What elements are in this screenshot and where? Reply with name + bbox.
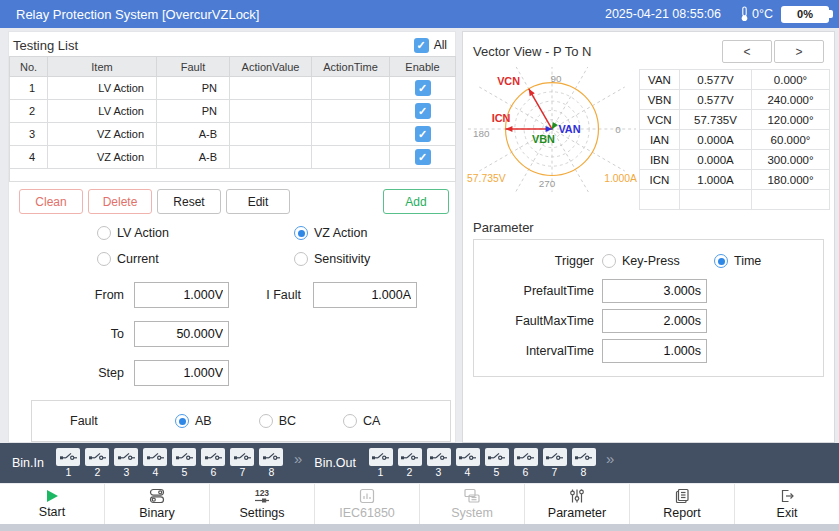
select-all-checkbox[interactable]: ✓ bbox=[414, 38, 429, 53]
binary-button[interactable]: Binary bbox=[105, 484, 210, 524]
thermometer-icon bbox=[739, 6, 749, 22]
table-row[interactable]: 1 LV Action PN ✓ bbox=[10, 77, 456, 100]
title-bar: Relay Protection System [OvercurVZLock] … bbox=[0, 0, 839, 28]
intervaltime-input[interactable] bbox=[602, 339, 707, 363]
row-enable-checkbox[interactable]: ✓ bbox=[415, 103, 431, 119]
bin-out-channel: 5 bbox=[482, 448, 511, 478]
step-input[interactable] bbox=[134, 360, 229, 386]
radio-circle-selected[interactable] bbox=[175, 414, 189, 428]
prev-button[interactable]: < bbox=[722, 40, 772, 63]
settings-button[interactable]: 123 Settings bbox=[210, 484, 315, 524]
bottom-strip bbox=[0, 524, 839, 531]
ifault-input[interactable] bbox=[313, 282, 417, 308]
chevrons-right-icon: » bbox=[294, 450, 302, 467]
bin-in-channel: 3 bbox=[112, 448, 141, 478]
start-button[interactable]: Start bbox=[0, 484, 105, 524]
radio-sensitivity[interactable]: Sensitivity bbox=[294, 252, 370, 266]
next-button[interactable]: > bbox=[774, 40, 824, 63]
voltage-scale-label: 57.735V bbox=[467, 173, 506, 184]
row-enable-checkbox[interactable]: ✓ bbox=[415, 126, 431, 142]
switch-icon bbox=[259, 448, 283, 466]
bin-out-channel: 2 bbox=[395, 448, 424, 478]
intervaltime-label: IntervalTime bbox=[474, 344, 594, 358]
from-input[interactable] bbox=[134, 282, 229, 308]
bin-in-channel: 1 bbox=[54, 448, 83, 478]
edit-button[interactable]: Edit bbox=[226, 189, 290, 214]
switch-icon bbox=[543, 448, 567, 466]
faultmaxtime-input[interactable] bbox=[602, 309, 707, 333]
radio-circle[interactable] bbox=[259, 414, 273, 428]
to-label: To bbox=[9, 327, 124, 341]
system-icon bbox=[463, 488, 481, 504]
bin-in-channel: 5 bbox=[170, 448, 199, 478]
testing-list-title: Testing List bbox=[13, 38, 78, 53]
phasor-row: IBN0.000A300.000° bbox=[640, 150, 830, 170]
radio-trigger-keypress[interactable]: Key-Press bbox=[602, 254, 714, 268]
iec61850-icon bbox=[359, 488, 375, 504]
select-all-label: All bbox=[434, 38, 447, 52]
bin-out-channel: 8 bbox=[569, 448, 598, 478]
table-row[interactable]: 4 VZ Action A-B ✓ bbox=[10, 146, 456, 169]
col-item: Item bbox=[48, 57, 157, 77]
phasor-row: VAN0.577V0.000° bbox=[640, 70, 830, 90]
phasor-row: VCN57.735V120.000° bbox=[640, 110, 830, 130]
fault-phase-group: Fault AB BC CA bbox=[31, 400, 451, 442]
select-all-control[interactable]: ✓ All bbox=[414, 38, 447, 53]
reset-button[interactable]: Reset bbox=[157, 189, 221, 214]
step-label: Step bbox=[9, 366, 124, 380]
svg-text:123: 123 bbox=[255, 488, 269, 498]
binary-icon bbox=[149, 488, 165, 504]
parameter-button[interactable]: Parameter bbox=[525, 484, 630, 524]
angle-label-0: 0 bbox=[615, 124, 621, 135]
radio-fault-ab[interactable]: AB bbox=[175, 414, 212, 428]
bin-out-channel: 4 bbox=[453, 448, 482, 478]
radio-fault-ca[interactable]: CA bbox=[343, 414, 380, 428]
vector-label-VCN: VCN bbox=[497, 75, 520, 87]
radio-vz-action[interactable]: VZ Action bbox=[294, 226, 368, 240]
iec61850-button[interactable]: IEC61850 bbox=[315, 484, 420, 524]
switch-icon bbox=[114, 448, 138, 466]
phasor-row: IAN0.000A60.000° bbox=[640, 130, 830, 150]
radio-circle-selected[interactable] bbox=[294, 226, 308, 240]
radio-trigger-time[interactable]: Time bbox=[714, 254, 761, 268]
phasor-table: VAN0.577V0.000° VBN0.577V240.000° VCN57.… bbox=[639, 69, 830, 210]
radio-circle[interactable] bbox=[343, 414, 357, 428]
radio-circle[interactable] bbox=[97, 226, 111, 240]
ifault-label: I Fault bbox=[229, 288, 301, 302]
clock: 2025-04-21 08:55:06 bbox=[605, 7, 721, 21]
report-icon bbox=[674, 488, 690, 504]
radio-circle[interactable] bbox=[294, 252, 308, 266]
table-row[interactable]: 3 VZ Action A-B ✓ bbox=[10, 123, 456, 146]
clean-button[interactable]: Clean bbox=[19, 189, 83, 214]
add-button[interactable]: Add bbox=[383, 189, 449, 214]
angle-label-90: 90 bbox=[550, 73, 561, 84]
trigger-label: Trigger bbox=[474, 254, 594, 268]
radio-current[interactable]: Current bbox=[97, 252, 294, 266]
radio-circle[interactable] bbox=[602, 254, 616, 268]
bin-out-channel: 1 bbox=[366, 448, 395, 478]
table-row[interactable]: 2 LV Action PN ✓ bbox=[10, 100, 456, 123]
radio-circle[interactable] bbox=[97, 252, 111, 266]
bin-in-channel: 4 bbox=[141, 448, 170, 478]
switch-icon bbox=[56, 448, 80, 466]
sliders-icon bbox=[569, 488, 585, 504]
switch-icon bbox=[369, 448, 393, 466]
to-input[interactable] bbox=[134, 321, 229, 347]
bin-out-channel: 3 bbox=[424, 448, 453, 478]
prefaulttime-input[interactable] bbox=[602, 279, 707, 303]
bin-out-label: Bin.Out bbox=[314, 456, 356, 470]
bin-in-channel: 8 bbox=[257, 448, 286, 478]
delete-button[interactable]: Delete bbox=[88, 189, 152, 214]
radio-fault-bc[interactable]: BC bbox=[259, 414, 296, 428]
row-enable-checkbox[interactable]: ✓ bbox=[415, 149, 431, 165]
switch-icon bbox=[85, 448, 109, 466]
exit-button[interactable]: Exit bbox=[735, 484, 839, 524]
play-icon bbox=[45, 489, 59, 503]
radio-circle-selected[interactable] bbox=[714, 254, 728, 268]
angle-label-270: 270 bbox=[539, 178, 556, 189]
report-button[interactable]: Report bbox=[630, 484, 735, 524]
system-button[interactable]: System bbox=[420, 484, 525, 524]
radio-lv-action[interactable]: LV Action bbox=[97, 226, 294, 240]
table-empty-row bbox=[10, 169, 456, 182]
row-enable-checkbox[interactable]: ✓ bbox=[415, 80, 431, 96]
